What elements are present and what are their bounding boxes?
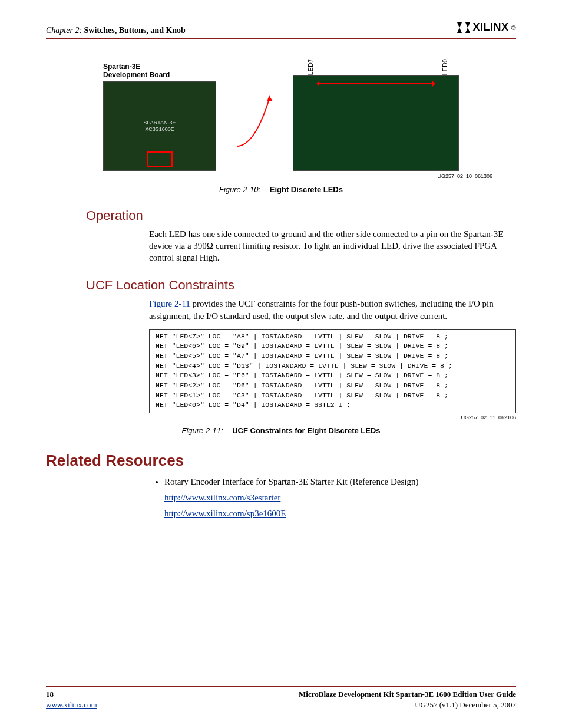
code-line: NET "LED<1>" LOC = "C3" | IOSTANDARD = L…	[156, 391, 510, 401]
led7-label: LED7	[307, 59, 314, 75]
figure-2-11-caption: Figure 2-11: UCF Constraints for Eight D…	[46, 426, 516, 435]
led-range-arrow-icon	[317, 83, 435, 84]
page-header: Chapter 2: Switches, Buttons, and Knob X…	[46, 21, 516, 39]
figure-source-id: UG257_02_10_061306	[46, 173, 492, 179]
code-line: NET "LED<3>" LOC = "E6" | IOSTANDARD = L…	[156, 371, 510, 381]
code-line: NET "LED<2>" LOC = "D6" | IOSTANDARD = L…	[156, 381, 510, 391]
section-heading-operation: Operation	[86, 208, 516, 223]
code-line: NET "LED<6>" LOC = "G9" | IOSTANDARD = L…	[156, 341, 510, 351]
section-heading-ucf: UCF Location Constraints	[86, 278, 516, 293]
figure-2-10-caption: Figure 2-10: Eight Discrete LEDs	[46, 185, 516, 194]
list-item: Rotary Encoder Interface for Spartan-3E …	[164, 475, 516, 489]
doc-title: MicroBlaze Development Kit Spartan-3E 16…	[299, 690, 516, 699]
chapter-title: Switches, Buttons, and Knob	[84, 26, 186, 35]
code-line: NET "LED<4>" LOC = "D13" | IOSTANDARD = …	[156, 361, 510, 371]
svg-marker-0	[457, 22, 462, 33]
page-number: 18	[46, 690, 54, 699]
led-closeup-placeholder	[293, 75, 459, 171]
code-line: NET "LED<0>" LOC = "D4" | IOSTANDARD = S…	[156, 400, 510, 410]
chapter-prefix: Chapter 2:	[46, 26, 82, 35]
doc-id: UG257 (v1.1) December 5, 2007	[415, 700, 516, 709]
logo-text: XILINX	[472, 21, 508, 34]
svg-marker-1	[465, 22, 470, 33]
operation-body: Each LED has one side connected to groun…	[149, 228, 516, 264]
board-label: Spartan-3E Development Board	[103, 62, 216, 79]
board-image-placeholder: SPARTAN-3EXC3S1600E	[103, 81, 216, 171]
highlight-box	[147, 151, 173, 167]
xilinx-logo: XILINX®	[457, 21, 516, 34]
ucf-code-block: NET "LED<7>" LOC = "A8" | IOSTANDARD = L…	[149, 329, 516, 413]
ucf-body: Figure 2-11 provides the UCF constraints…	[149, 298, 516, 322]
callout-arrow-icon	[234, 75, 275, 158]
svg-marker-2	[267, 95, 273, 101]
figure-2-10: Spartan-3E Development Board SPARTAN-3EX…	[46, 62, 516, 194]
code-line: NET "LED<7>" LOC = "A8" | IOSTANDARD = L…	[156, 332, 510, 342]
led0-label: LED0	[441, 59, 448, 75]
code-source-id: UG257_02_11_062106	[149, 414, 516, 420]
xilinx-logo-icon	[457, 22, 470, 33]
page-footer: 18 www.xilinx.com MicroBlaze Development…	[46, 686, 516, 710]
resource-link-2[interactable]: http://www.xilinx.com/sp3e1600E	[164, 506, 516, 522]
code-line: NET "LED<5>" LOC = "A7" | IOSTANDARD = L…	[156, 351, 510, 361]
related-resources-list: Rotary Encoder Interface for Spartan-3E …	[149, 475, 516, 489]
footer-url[interactable]: www.xilinx.com	[46, 700, 97, 709]
logo-reg: ®	[511, 24, 516, 31]
section-heading-related: Related Resources	[46, 452, 516, 470]
figure-2-11-link[interactable]: Figure 2-11	[149, 299, 190, 308]
chapter-reference: Chapter 2: Switches, Buttons, and Knob	[46, 26, 186, 35]
resource-link-1[interactable]: http://www.xilinx.com/s3estarter	[164, 490, 516, 506]
